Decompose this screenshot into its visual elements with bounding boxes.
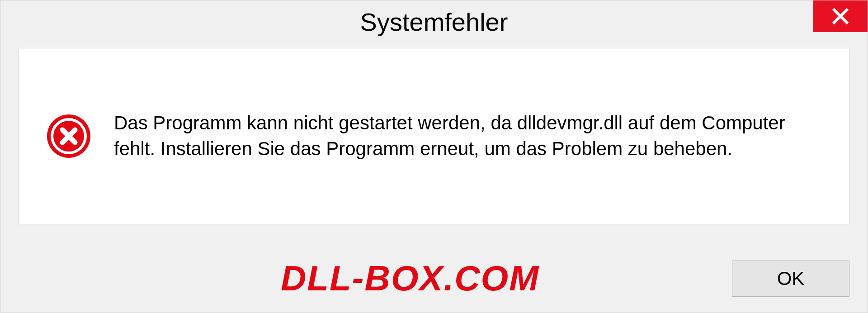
- ok-button[interactable]: OK: [732, 261, 849, 297]
- close-button[interactable]: [813, 0, 868, 32]
- watermark-text: DLL-BOX.COM: [281, 258, 539, 299]
- titlebar: Systemfehler: [0, 0, 868, 43]
- dialog-title: Systemfehler: [360, 7, 508, 37]
- dialog-footer: DLL-BOX.COM OK: [0, 258, 868, 299]
- error-icon: [46, 114, 91, 159]
- error-dialog: Systemfehler Das Programm kann nicht ges…: [0, 0, 868, 313]
- error-message: Das Programm kann nicht gestartet werden…: [114, 110, 822, 161]
- message-panel: Das Programm kann nicht gestartet werden…: [19, 48, 849, 224]
- close-icon: [831, 7, 850, 26]
